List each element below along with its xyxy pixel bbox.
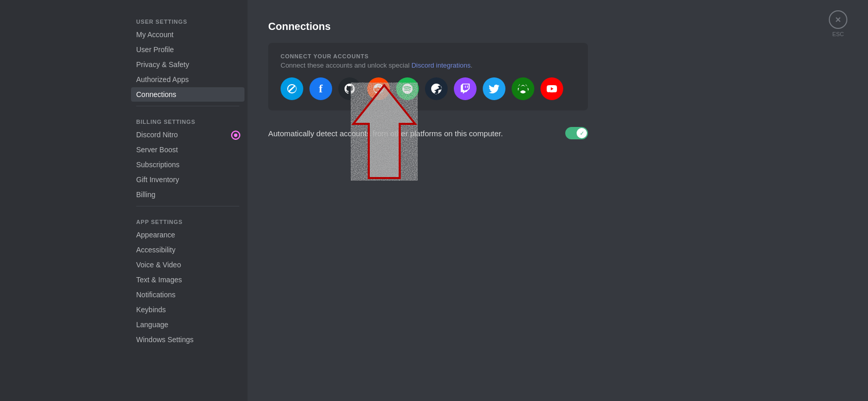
facebook-icon[interactable]: f	[309, 77, 332, 100]
divider-app	[136, 206, 239, 206]
nitro-icon	[231, 131, 239, 139]
auto-detect-toggle[interactable]: ✓	[565, 127, 588, 139]
divider-billing	[136, 106, 239, 106]
twitter-icon[interactable]	[483, 77, 505, 100]
github-icon[interactable]	[338, 77, 361, 100]
reddit-icon[interactable]	[367, 77, 390, 100]
sidebar-item-gift-inventory[interactable]: Gift Inventory	[131, 172, 244, 187]
sidebar-item-notifications[interactable]: Notifications	[131, 287, 244, 302]
toggle-check-icon: ✓	[580, 130, 584, 137]
user-settings-label: USER SETTINGS	[131, 10, 244, 27]
auto-detect-row: Automatically detect accounts from other…	[268, 123, 588, 143]
steam-icon[interactable]	[425, 77, 448, 100]
esc-label: ESC	[832, 31, 844, 37]
connect-card-title: CONNECT YOUR ACCOUNTS	[281, 53, 576, 59]
sidebar-inner: USER SETTINGS My Account User Profile Pr…	[131, 0, 244, 401]
sidebar-item-language[interactable]: Language	[131, 317, 244, 332]
sidebar-item-server-boost[interactable]: Server Boost	[131, 142, 244, 157]
twitch-icon[interactable]	[454, 77, 477, 100]
sidebar-item-accessibility[interactable]: Accessibility	[131, 243, 244, 257]
sidebar-item-my-account[interactable]: My Account	[131, 27, 244, 42]
svg-point-1	[234, 134, 238, 137]
close-icon[interactable]	[829, 10, 847, 29]
connect-card-desc: Connect these accounts and unlock specia…	[281, 61, 576, 69]
sidebar-item-voice-video[interactable]: Voice & Video	[131, 258, 244, 272]
sidebar-item-authorized-apps[interactable]: Authorized Apps	[131, 72, 244, 87]
app-settings-label: APP SETTINGS	[131, 211, 244, 227]
auto-detect-text: Automatically detect accounts from other…	[268, 129, 503, 138]
sidebar-item-billing[interactable]: Billing	[131, 187, 244, 202]
xbox-icon[interactable]	[512, 77, 534, 100]
toggle-knob: ✓	[577, 128, 587, 138]
main-content: ESC Connections CONNECT YOUR ACCOUNTS Co…	[248, 0, 868, 401]
esc-button[interactable]: ESC	[829, 10, 847, 37]
sidebar-item-text-images[interactable]: Text & Images	[131, 272, 244, 287]
battlenet-icon[interactable]	[281, 77, 303, 100]
spotify-icon[interactable]	[396, 77, 419, 100]
sidebar-item-connections[interactable]: Connections	[131, 87, 244, 102]
sidebar: USER SETTINGS My Account User Profile Pr…	[0, 0, 248, 401]
sidebar-item-appearance[interactable]: Appearance	[131, 228, 244, 242]
sidebar-item-discord-nitro[interactable]: Discord Nitro	[131, 127, 244, 142]
page-title: Connections	[268, 21, 847, 33]
youtube-icon[interactable]	[541, 77, 563, 100]
discord-link: Discord integrations	[412, 61, 471, 69]
sidebar-item-user-profile[interactable]: User Profile	[131, 42, 244, 57]
connect-card: CONNECT YOUR ACCOUNTS Connect these acco…	[268, 43, 588, 110]
sidebar-item-subscriptions[interactable]: Subscriptions	[131, 157, 244, 172]
sidebar-item-windows-settings[interactable]: Windows Settings	[131, 332, 244, 347]
service-icons-row: f	[281, 77, 576, 100]
sidebar-item-privacy-safety[interactable]: Privacy & Safety	[131, 57, 244, 72]
billing-settings-label: BILLING SETTINGS	[131, 110, 244, 127]
sidebar-item-keybinds[interactable]: Keybinds	[131, 302, 244, 317]
